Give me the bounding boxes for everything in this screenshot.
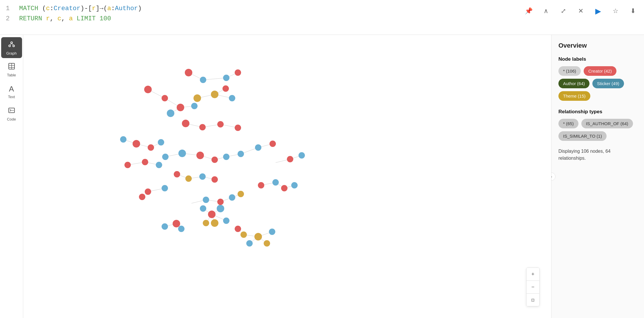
node[interactable]: [167, 109, 174, 117]
node[interactable]: [258, 182, 264, 188]
node[interactable]: [162, 185, 168, 191]
node[interactable]: [178, 226, 184, 232]
node[interactable]: [203, 220, 209, 226]
rel-type-is-similar-to[interactable]: IS_SIMILAR_TO (1): [558, 131, 607, 141]
download-button[interactable]: ⬇: [628, 6, 638, 16]
node[interactable]: [217, 205, 224, 212]
node[interactable]: [174, 171, 180, 177]
node[interactable]: [235, 69, 241, 76]
node[interactable]: [211, 157, 218, 163]
node[interactable]: [269, 141, 276, 147]
node[interactable]: [145, 188, 151, 195]
node[interactable]: [254, 233, 262, 240]
node-label-tags: * (106) Creator (42) Author (64) Sticker…: [558, 66, 637, 101]
zoom-fit-button[interactable]: ⊡: [527, 293, 539, 306]
node[interactable]: [158, 139, 164, 145]
node[interactable]: [299, 152, 305, 159]
node[interactable]: [203, 197, 209, 203]
node[interactable]: [223, 218, 229, 224]
node-label-theme[interactable]: Theme (15): [558, 91, 590, 101]
node[interactable]: [185, 175, 192, 182]
node[interactable]: [120, 136, 126, 143]
node[interactable]: [156, 162, 162, 168]
node[interactable]: [222, 85, 229, 92]
node[interactable]: [246, 240, 253, 247]
node[interactable]: [199, 173, 206, 180]
node[interactable]: [217, 121, 224, 127]
node[interactable]: [211, 219, 218, 227]
node[interactable]: [185, 69, 192, 76]
node[interactable]: [200, 205, 206, 212]
node[interactable]: [238, 151, 244, 157]
graph-icon: [8, 40, 16, 50]
node[interactable]: [240, 231, 247, 238]
node[interactable]: [238, 191, 244, 197]
sidebar-item-table-label: Table: [7, 73, 16, 77]
sidebar-item-graph[interactable]: Graph: [1, 37, 22, 58]
node-label-sticker[interactable]: Sticker (49): [592, 79, 624, 88]
node[interactable]: [291, 182, 298, 188]
node[interactable]: [124, 162, 131, 168]
svg-point-1: [9, 45, 10, 47]
node[interactable]: [217, 199, 224, 205]
node[interactable]: [133, 140, 140, 148]
node[interactable]: [281, 185, 287, 191]
node[interactable]: [235, 125, 241, 131]
node[interactable]: [235, 226, 241, 232]
node[interactable]: [142, 159, 148, 165]
node[interactable]: [144, 86, 152, 93]
node[interactable]: [139, 194, 145, 200]
node[interactable]: [229, 194, 235, 201]
pin-button[interactable]: 📌: [523, 6, 534, 16]
rel-type-tags: * (65) IS_AUTHOR_OF (64) IS_SIMILAR_TO (…: [558, 119, 637, 141]
node[interactable]: [272, 179, 279, 186]
node[interactable]: [208, 211, 216, 218]
node[interactable]: [223, 75, 229, 81]
node[interactable]: [211, 176, 218, 183]
node[interactable]: [182, 120, 189, 127]
node[interactable]: [162, 223, 168, 230]
zoom-out-button[interactable]: −: [527, 281, 539, 293]
node[interactable]: [162, 95, 168, 101]
code-icon: [8, 107, 15, 116]
node[interactable]: [196, 152, 204, 159]
collapse-button[interactable]: ∧: [541, 6, 551, 16]
node-label-all[interactable]: * (106): [558, 66, 581, 76]
overview-title: Overview: [558, 42, 637, 49]
close-button[interactable]: ✕: [576, 6, 586, 16]
sidebar-item-text[interactable]: A Text: [1, 81, 22, 102]
node[interactable]: [287, 156, 293, 162]
sidebar-item-code[interactable]: Code: [1, 103, 22, 124]
node[interactable]: [191, 103, 198, 109]
node[interactable]: [211, 91, 218, 98]
node[interactable]: [162, 154, 169, 160]
node-label-creator[interactable]: Creator (42): [584, 66, 616, 76]
rel-type-is-author-of[interactable]: IS_AUTHOR_OF (64): [581, 119, 633, 128]
node[interactable]: [200, 77, 206, 83]
node[interactable]: [173, 220, 180, 227]
rel-type-all[interactable]: * (65): [558, 119, 578, 128]
expand-button[interactable]: ⤢: [558, 6, 569, 16]
node[interactable]: [229, 95, 235, 101]
node-label-author[interactable]: Author (64): [558, 79, 589, 88]
star-button[interactable]: ☆: [610, 6, 621, 16]
node[interactable]: [178, 150, 186, 157]
play-button[interactable]: ▶: [593, 6, 603, 16]
node[interactable]: [255, 144, 261, 151]
node[interactable]: [264, 240, 270, 247]
node[interactable]: [269, 229, 275, 235]
panel-toggle-button[interactable]: ›: [551, 173, 556, 181]
node[interactable]: [199, 124, 206, 130]
node[interactable]: [148, 144, 154, 151]
svg-line-11: [10, 110, 11, 111]
node[interactable]: [223, 154, 229, 160]
code-editor: 1 MATCH (c:Creator)-[r]→(a:Author) 2 RET…: [6, 3, 523, 24]
sidebar-item-table[interactable]: Table: [1, 59, 22, 80]
node[interactable]: [177, 104, 184, 111]
zoom-controls: + − ⊡: [526, 267, 540, 306]
code-content-1: MATCH (c:Creator)-[r]→(a:Author): [19, 3, 142, 14]
right-panel: › Overview Node labels * (106) Creator (…: [551, 35, 644, 318]
graph-area: + − ⊡: [23, 35, 551, 318]
node[interactable]: [193, 94, 201, 102]
zoom-in-button[interactable]: +: [527, 268, 539, 281]
